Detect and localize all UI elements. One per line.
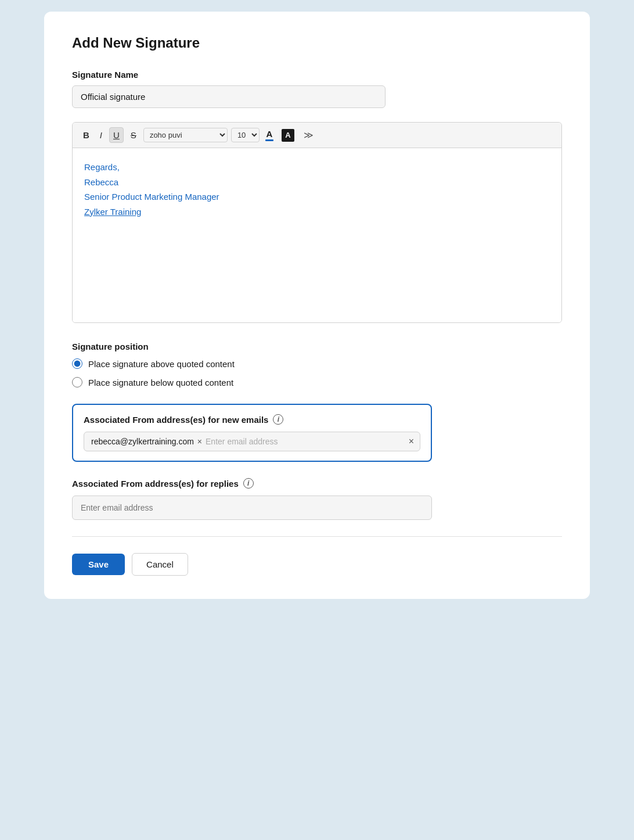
font-size-select[interactable]: 8 9 10 11 12 [231,128,260,142]
underline-button[interactable]: U [109,127,124,143]
signature-position-section: Signature position Place signature above… [72,342,562,387]
font-color-letter: A [266,130,272,138]
page-title: Add New Signature [72,35,562,51]
save-button[interactable]: Save [72,554,125,575]
radio-below-input[interactable] [72,377,82,387]
email-tag-remove-button[interactable]: × [197,437,202,446]
editor-toolbar: B I U S zoho puvi Arial Times New Roman … [73,123,561,148]
font-family-select[interactable]: zoho puvi Arial Times New Roman [143,128,228,142]
editor-body[interactable]: Regards, Rebecca Senior Product Marketin… [73,148,561,322]
assoc-new-section: Associated From address(es) for new emai… [72,404,432,462]
signature-name-label: Signature Name [72,70,562,80]
highlight-icon: A [282,129,294,142]
assoc-new-clear-button[interactable]: × [409,436,414,447]
email-tag: rebecca@zylkertraining.com × [91,437,202,446]
assoc-new-info-icon[interactable]: i [273,414,283,425]
radio-above-input[interactable] [72,358,82,369]
sig-line-2: Rebecca [84,175,550,190]
font-color-underline [265,139,273,141]
assoc-replies-label: Associated From address(es) for replies [72,479,239,489]
assoc-replies-section: Associated From address(es) for replies … [72,478,432,520]
font-color-button[interactable]: A [263,128,276,142]
sig-line-1: Regards, [84,160,550,175]
radio-below-text: Place signature below quoted content [88,378,233,387]
italic-button[interactable]: I [96,128,106,142]
cancel-button[interactable]: Cancel [132,553,188,576]
strikethrough-button[interactable]: S [127,128,140,142]
assoc-replies-label-row: Associated From address(es) for replies … [72,478,432,489]
sig-line-4-link[interactable]: Zylker Training [84,207,141,217]
highlight-button[interactable]: A [279,128,297,143]
sig-line-4: Zylker Training [84,204,550,220]
bold-button[interactable]: B [80,128,93,142]
footer-bar: Save Cancel [72,536,562,576]
assoc-new-email-box[interactable]: rebecca@zylkertraining.com × Enter email… [84,432,420,451]
radio-above-text: Place signature above quoted content [88,359,235,369]
signature-position-label: Signature position [72,342,562,351]
more-options-button[interactable]: ≫ [300,127,317,143]
sig-line-3: Senior Product Marketing Manager [84,189,550,204]
main-card: Add New Signature Signature Name B I U S… [44,12,590,599]
radio-above-label[interactable]: Place signature above quoted content [72,358,562,369]
assoc-new-label: Associated From address(es) for new emai… [84,415,268,425]
radio-group: Place signature above quoted content Pla… [72,358,562,387]
highlight-letter: A [285,131,290,139]
assoc-new-label-row: Associated From address(es) for new emai… [84,414,420,425]
editor-container: B I U S zoho puvi Arial Times New Roman … [72,122,562,323]
radio-below-label[interactable]: Place signature below quoted content [72,377,562,387]
assoc-new-placeholder: Enter email address [206,437,397,446]
assoc-replies-info-icon[interactable]: i [243,478,254,489]
assoc-replies-input[interactable] [72,496,432,520]
signature-name-input[interactable] [72,85,386,108]
email-tag-value: rebecca@zylkertraining.com [91,437,194,446]
